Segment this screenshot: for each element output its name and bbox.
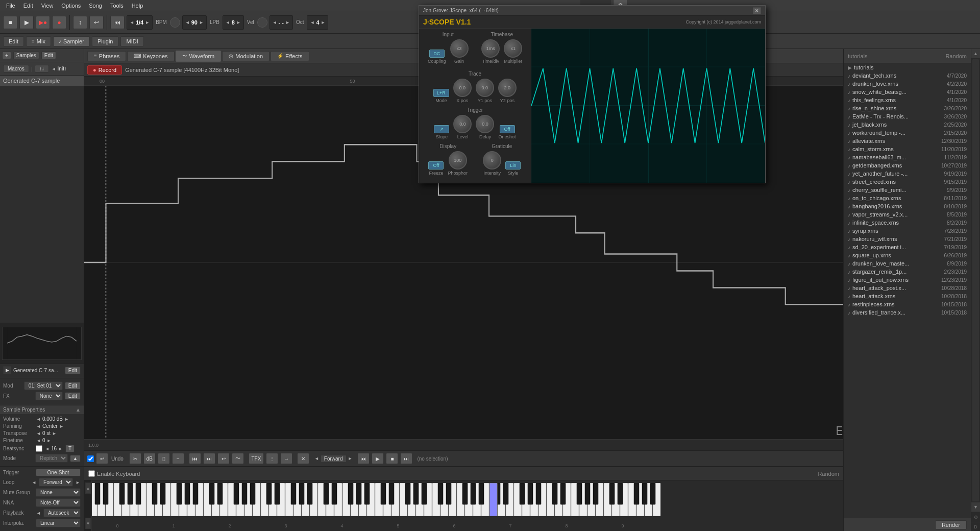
rewind-btn[interactable]: ⏮: [110, 16, 125, 29]
black-key[interactable]: [413, 483, 419, 504]
file-item-6[interactable]: ♪EatMe - Trx - Renois...3/26/2020: [844, 112, 971, 120]
black-key[interactable]: [242, 483, 247, 504]
beatsync-t-btn[interactable]: T: [65, 445, 75, 452]
black-key[interactable]: [275, 483, 280, 504]
black-key[interactable]: [634, 483, 639, 504]
loop-play-btn[interactable]: ↩: [217, 453, 230, 464]
fade-btn[interactable]: 〜: [232, 453, 244, 464]
black-key[interactable]: [479, 483, 484, 504]
nna-select[interactable]: Note-Off: [36, 498, 81, 507]
finetune-prev[interactable]: ◄: [36, 438, 41, 443]
add-sample-btn[interactable]: +: [2, 52, 11, 59]
oneshot-btn[interactable]: Off: [500, 125, 515, 133]
follow-btn[interactable]: ↕: [73, 16, 87, 29]
beatsync-prev[interactable]: ◄: [44, 446, 50, 451]
bpm-next[interactable]: ►: [199, 20, 204, 25]
sample-edit-btn-2[interactable]: Edit: [65, 367, 81, 374]
trace-mode-btn[interactable]: L+R: [433, 89, 449, 97]
undo-checkbox[interactable]: [87, 455, 94, 462]
menu-file[interactable]: File: [2, 3, 19, 9]
sample-item-1[interactable]: Generated C-7 sample: [0, 76, 84, 86]
y1-pos-knob[interactable]: 0.0: [476, 79, 494, 97]
black-key[interactable]: [128, 483, 133, 504]
black-key[interactable]: [348, 483, 353, 504]
tab-effects[interactable]: ⚡ Effects: [271, 51, 309, 61]
play2-btn[interactable]: ▶: [372, 453, 384, 464]
file-item-29[interactable]: ♪restinpieces.xrns10/15/2018: [844, 300, 971, 308]
pattern-next[interactable]: ►: [144, 20, 150, 25]
black-key[interactable]: [552, 483, 557, 504]
pattern-prev[interactable]: ◄: [129, 20, 135, 25]
samples-label-btn[interactable]: Samples: [13, 52, 39, 59]
tab-edit[interactable]: Edit: [3, 36, 24, 46]
file-item-9[interactable]: ♪alleviate.xrns12/30/2019: [844, 137, 971, 145]
menu-edit[interactable]: Edit: [19, 3, 37, 9]
file-item-0[interactable]: ▶tutorials: [844, 63, 971, 71]
jscope-scope-display[interactable]: [531, 29, 765, 183]
vel-next[interactable]: ►: [285, 20, 290, 25]
mod-select[interactable]: 01: Set 01: [24, 381, 63, 390]
channel-up-btn[interactable]: ▲: [85, 482, 91, 494]
tab-sampler[interactable]: ♪ Sampler: [53, 36, 90, 46]
file-item-20[interactable]: ♪syrup.xrns7/28/2019: [844, 227, 971, 235]
black-key[interactable]: [618, 483, 623, 504]
end-btn[interactable]: ⏭: [400, 453, 412, 464]
file-item-10[interactable]: ♪calm_storm.xrns11/20/2019: [844, 145, 971, 153]
tfx-btn[interactable]: TFX: [249, 453, 264, 464]
volume-prev[interactable]: ◄: [36, 417, 41, 422]
play-btn[interactable]: ▶: [19, 16, 34, 29]
finetune-next[interactable]: ►: [46, 438, 52, 443]
arrow-right-btn[interactable]: →: [280, 453, 292, 464]
jscope-close-btn[interactable]: ✕: [753, 7, 761, 14]
black-key[interactable]: [503, 483, 508, 504]
black-key[interactable]: [152, 483, 157, 504]
phosphor-knob[interactable]: 100: [449, 151, 467, 170]
playback-select[interactable]: Autoseek: [43, 509, 81, 517]
file-item-14[interactable]: ♪street_creed.xrns9/15/2019: [844, 178, 971, 186]
scroll-settings-btn[interactable]: ⚙: [971, 512, 980, 522]
loop-btn[interactable]: ↩: [89, 16, 104, 29]
black-key[interactable]: [389, 483, 394, 504]
init-btn[interactable]: ↑↓: [35, 65, 49, 73]
file-item-11[interactable]: ♪namabaseball63_m...11/2/2019: [844, 153, 971, 161]
scroll-down-btn[interactable]: ▼: [971, 502, 980, 512]
file-item-27[interactable]: ♪heart_attack_post.x...10/28/2018: [844, 284, 971, 292]
file-item-19[interactable]: ♪infinite_space.xrns8/2/2019: [844, 219, 971, 227]
file-item-26[interactable]: ♪figure_it_out_now.xrns12/23/2019: [844, 276, 971, 284]
file-item-25[interactable]: ♪stargazer_remix_1p...2/23/2019: [844, 268, 971, 276]
stop-btn[interactable]: ■: [3, 16, 17, 29]
black-key[interactable]: [356, 483, 361, 504]
file-item-15[interactable]: ♪cherry_souffle_remi...9/9/2019: [844, 186, 971, 194]
panning-prev[interactable]: ◄: [36, 424, 41, 429]
black-key[interactable]: [95, 483, 100, 504]
black-key[interactable]: [234, 483, 239, 504]
mode-select[interactable]: Repitch: [35, 454, 68, 463]
forward-prev[interactable]: ◄: [314, 456, 320, 461]
transpose-next[interactable]: ►: [52, 431, 57, 436]
play-record-btn[interactable]: ▶●: [36, 16, 50, 29]
transpose-prev[interactable]: ◄: [36, 431, 41, 436]
black-key[interactable]: [577, 483, 582, 504]
scroll-thumb[interactable]: [972, 59, 979, 501]
scroll-d-btn[interactable]: D: [971, 522, 980, 531]
gain-knob[interactable]: x3: [450, 39, 469, 58]
intensity-knob[interactable]: 0: [483, 151, 501, 170]
black-key[interactable]: [119, 483, 125, 504]
oct-prev[interactable]: ◄: [309, 20, 315, 25]
black-key[interactable]: [332, 483, 337, 504]
samples-edit-btn[interactable]: Edit: [41, 52, 56, 59]
tab-plugin[interactable]: Plugin: [92, 36, 119, 46]
menu-tools[interactable]: Tools: [106, 3, 128, 9]
next-btn[interactable]: ⏭: [203, 453, 215, 464]
black-key[interactable]: [193, 483, 198, 504]
vel-prev[interactable]: ◄: [272, 20, 278, 25]
panning-next[interactable]: ►: [59, 424, 64, 429]
multiplier-knob[interactable]: x1: [504, 39, 522, 58]
file-item-13[interactable]: ♪yet_another_future -...9/19/2019: [844, 170, 971, 178]
menu-help[interactable]: Help: [128, 3, 148, 9]
tab-modulation[interactable]: ◎ Modulation: [222, 51, 270, 61]
stop2-btn[interactable]: ■: [386, 453, 398, 464]
oct-next[interactable]: ►: [321, 20, 326, 25]
forward-next[interactable]: ►: [348, 456, 353, 461]
level-knob[interactable]: 0.0: [453, 115, 472, 133]
